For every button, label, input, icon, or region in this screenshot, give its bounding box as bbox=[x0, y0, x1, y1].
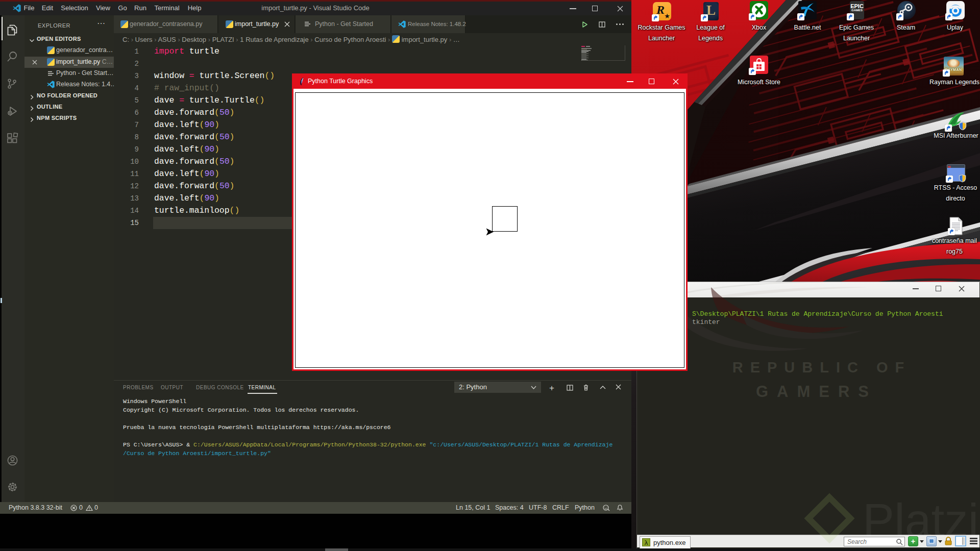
svg-text:Platzi: Platzi bbox=[863, 494, 978, 547]
